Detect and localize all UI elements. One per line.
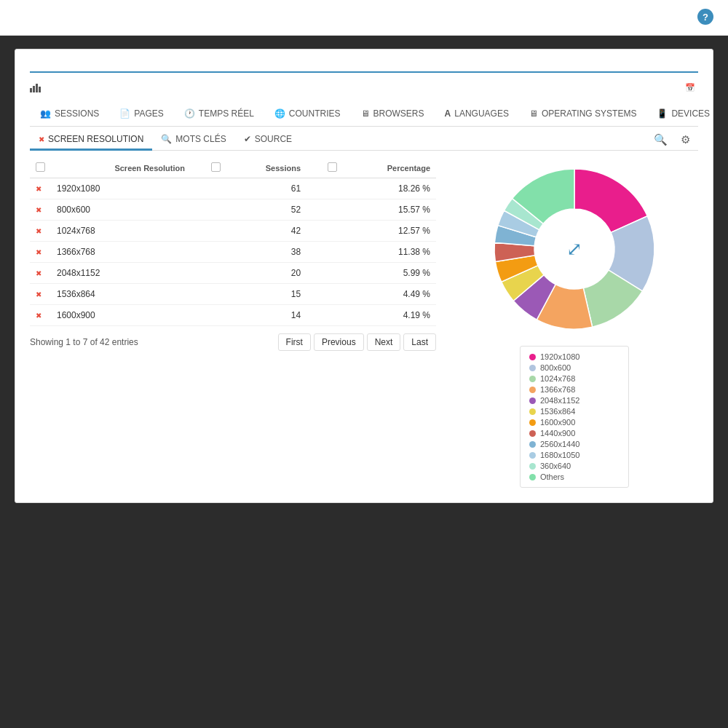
check-icon: ✔ (244, 134, 251, 144)
bar-chart-icon (30, 84, 41, 92)
legend-dot (529, 441, 536, 448)
legend-dot (529, 419, 536, 426)
os-icon: 🖥 (529, 108, 538, 119)
resolution-cell: 1536x864 (57, 289, 185, 299)
row-delete-icon[interactable]: ✖ (36, 206, 41, 214)
legend-label: 1536x864 (540, 407, 575, 416)
legend-item: 1440x900 (529, 429, 620, 438)
row-delete-icon[interactable]: ✖ (36, 290, 41, 298)
sessions-icon: 👥 (40, 108, 51, 119)
last-button[interactable]: Last (403, 333, 436, 351)
legend-item: 1680x1050 (529, 451, 620, 459)
sessions-cell: 42 (226, 221, 306, 242)
resolution-cell: 1366x768 (57, 247, 185, 257)
legend-label: 1024x768 (540, 374, 575, 383)
table-row: ✖ 1920x1080 61 18.26 % (30, 178, 436, 199)
col-resolution: Screen Resolution (51, 158, 191, 178)
legend-item: 1024x768 (529, 374, 620, 383)
percentage-cell: 4.19 % (343, 305, 436, 326)
legend-label: 360x640 (540, 462, 571, 470)
primary-tabs: 👥 SESSIONS 📄 PAGES 🕐 TEMPS RÉEL 🌐 COUNTR… (30, 103, 698, 127)
tab-mots-cles[interactable]: 🔍 MOTS CLÉS (152, 130, 234, 151)
date-range: 📅 (685, 83, 698, 92)
chart-expand-icon[interactable]: ⤢ (545, 220, 604, 278)
search-icon: 🔍 (161, 134, 172, 144)
legend-item: 2560x1440 (529, 440, 620, 448)
calendar-icon: 📅 (685, 83, 695, 92)
legend-item: 800x600 (529, 363, 620, 372)
select-all-checkbox[interactable] (36, 162, 45, 172)
chart-legend: 1920x1080 800x600 1024x768 1366x768 2048… (520, 346, 629, 488)
legend-dot (529, 463, 536, 470)
sessions-cell: 15 (226, 284, 306, 305)
x-icon: ✖ (39, 135, 44, 143)
percentage-cell: 15.57 % (343, 199, 436, 221)
tab-devices[interactable]: 📱 DEVICES (646, 103, 720, 127)
browser-icon: 🖥 (361, 108, 370, 119)
legend-item: 2048x1152 (529, 396, 620, 405)
legend-item: 1600x900 (529, 418, 620, 427)
next-button[interactable]: Next (367, 333, 401, 351)
legend-dot (529, 474, 536, 480)
legend-dot (529, 354, 536, 360)
sessions-cell: 20 (226, 263, 306, 284)
legend-item: Others (529, 472, 620, 481)
pagination-buttons: First Previous Next Last (278, 333, 436, 351)
tab-browsers[interactable]: 🖥 BROWSERS (351, 103, 435, 127)
legend-item: 1536x864 (529, 407, 620, 416)
tab-source[interactable]: ✔ SOURCE (235, 130, 301, 151)
search-button[interactable]: 🔍 (650, 130, 670, 150)
legend-item: 1366x768 (529, 385, 620, 394)
percentage-checkbox[interactable] (328, 162, 337, 172)
table-row: ✖ 1600x900 14 4.19 % (30, 305, 436, 326)
legend-label: 1440x900 (540, 429, 575, 438)
settings-button[interactable]: ⚙ (675, 130, 695, 150)
data-table: Screen Resolution Sessions Percentage ✖ … (30, 158, 436, 326)
top-bar: ? (0, 0, 728, 36)
help-button[interactable]: ? (697, 9, 713, 26)
globe-icon: 🌐 (274, 108, 285, 119)
row-delete-icon[interactable]: ✖ (36, 248, 41, 256)
pagination-area: Showing 1 to 7 of 42 entries First Previ… (30, 333, 436, 351)
tab-languages[interactable]: A LANGUAGES (435, 103, 519, 127)
table-row: ✖ 1024x768 42 12.57 % (30, 221, 436, 242)
tab-sessions[interactable]: 👥 SESSIONS (30, 103, 109, 127)
clock-icon: 🕐 (184, 108, 195, 119)
tab-countries[interactable]: 🌐 COUNTRIES (264, 103, 351, 127)
legend-dot (529, 430, 536, 437)
percentage-cell: 12.57 % (343, 221, 436, 242)
resolution-cell: 1920x1080 (57, 183, 185, 194)
tab-os[interactable]: 🖥 OPERATING SYSTEMS (519, 103, 646, 127)
row-delete-icon[interactable]: ✖ (36, 185, 41, 193)
legend-dot (529, 397, 536, 404)
legend-dot (529, 452, 536, 459)
legend-label: Others (540, 472, 564, 481)
tab-pages[interactable]: 📄 PAGES (109, 103, 173, 127)
first-button[interactable]: First (278, 333, 311, 351)
dashboard-title (30, 64, 698, 73)
resolution-cell: 2048x1152 (57, 268, 185, 278)
devices-icon: 📱 (657, 108, 668, 119)
legend-label: 1920x1080 (540, 352, 579, 361)
content-area: Screen Resolution Sessions Percentage ✖ … (30, 158, 698, 488)
sessions-cell: 52 (226, 199, 306, 221)
tab-temps[interactable]: 🕐 TEMPS RÉEL (174, 103, 264, 127)
tab-screen-resolution[interactable]: ✖ SCREEN RESOLUTION (30, 130, 152, 151)
legend-dot (529, 376, 536, 382)
row-delete-icon[interactable]: ✖ (36, 312, 41, 320)
percentage-cell: 5.99 % (343, 263, 436, 284)
language-icon: A (445, 108, 451, 119)
legend-item: 360x640 (529, 462, 620, 470)
row-delete-icon[interactable]: ✖ (36, 227, 41, 235)
showing-text: Showing 1 to 7 of 42 entries (30, 337, 138, 347)
sessions-checkbox[interactable] (211, 162, 221, 172)
percentage-cell: 4.49 % (343, 284, 436, 305)
secondary-tabs: ✖ SCREEN RESOLUTION 🔍 MOTS CLÉS ✔ SOURCE… (30, 127, 698, 151)
table-row: ✖ 1536x864 15 4.49 % (30, 284, 436, 305)
legend-label: 1600x900 (540, 418, 575, 427)
sessions-cell: 38 (226, 242, 306, 263)
legend-dot (529, 365, 536, 371)
row-delete-icon[interactable]: ✖ (36, 269, 41, 277)
previous-button[interactable]: Previous (314, 333, 364, 351)
pages-icon: 📄 (119, 108, 130, 119)
